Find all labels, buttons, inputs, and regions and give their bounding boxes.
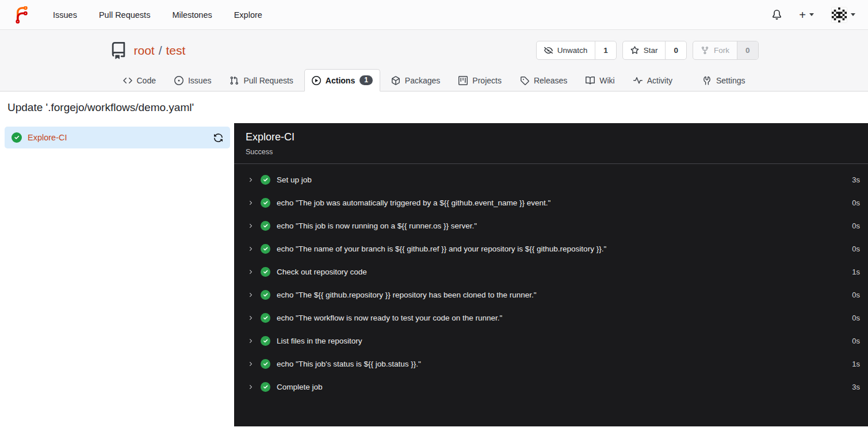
repo-tabbar: Code Issues Pull Requests Actions 1 Pack… bbox=[0, 69, 868, 91]
chevron-right-icon bbox=[247, 223, 254, 229]
stars-count[interactable]: 0 bbox=[665, 41, 686, 59]
steps-list: Set up job 3s echo "The job was automati… bbox=[234, 164, 868, 398]
code-icon bbox=[123, 76, 132, 85]
step-duration: 0s bbox=[845, 222, 860, 230]
job-log-panel: Explore-CI Success Set up job 3s echo "T… bbox=[234, 123, 868, 426]
step-name: echo "This job's status is ${{ job.statu… bbox=[277, 360, 421, 368]
user-menu-dropdown[interactable] bbox=[831, 7, 855, 23]
job-name: Explore-CI bbox=[28, 133, 67, 142]
chevron-down-icon bbox=[851, 13, 855, 16]
step-row[interactable]: Set up job 3s bbox=[234, 168, 868, 191]
chevron-right-icon bbox=[247, 200, 254, 206]
step-duration: 0s bbox=[845, 314, 860, 322]
step-row[interactable]: echo "The ${{ github.repository }} repos… bbox=[234, 283, 868, 306]
forgejo-logo-icon[interactable] bbox=[13, 6, 30, 24]
star-button[interactable]: Star bbox=[623, 41, 666, 59]
tab-releases[interactable]: Releases bbox=[513, 70, 575, 91]
nav-link-explore[interactable]: Explore bbox=[234, 10, 262, 20]
job-status-text: Success bbox=[246, 148, 856, 156]
star-icon bbox=[630, 46, 639, 55]
job-item-explore-ci[interactable]: Explore-CI bbox=[5, 127, 230, 148]
step-duration: 0s bbox=[845, 199, 860, 207]
repo-owner-link[interactable]: root bbox=[134, 44, 155, 58]
tab-wiki[interactable]: Wiki bbox=[578, 70, 622, 91]
refresh-icon[interactable] bbox=[213, 133, 223, 143]
chevron-down-icon bbox=[809, 13, 814, 16]
chevron-right-icon bbox=[247, 361, 254, 367]
run-title: Update '.forgejo/workflows/demo.yaml' bbox=[0, 91, 868, 123]
step-row[interactable]: echo "This job is now running on a ${{ r… bbox=[234, 214, 868, 237]
navbar-right: + bbox=[772, 7, 855, 23]
play-circle-icon bbox=[312, 76, 321, 85]
tab-projects[interactable]: Projects bbox=[451, 70, 509, 91]
nav-link-milestones[interactable]: Milestones bbox=[172, 10, 212, 20]
repo-title-row: root / test Unwatch 1 Star 0 bbox=[110, 30, 759, 69]
step-success-check-icon bbox=[261, 221, 270, 231]
breadcrumb-separator: / bbox=[159, 44, 162, 58]
actions-count-badge: 1 bbox=[360, 75, 373, 85]
chevron-right-icon bbox=[247, 269, 254, 275]
repo-breadcrumb: root / test bbox=[134, 44, 186, 58]
step-name: echo "This job is now running on a ${{ r… bbox=[277, 222, 477, 230]
step-row[interactable]: echo "This job's status is ${{ job.statu… bbox=[234, 352, 868, 375]
step-row[interactable]: Complete job 3s bbox=[234, 375, 868, 398]
repo-name-link[interactable]: test bbox=[166, 44, 186, 58]
step-success-check-icon bbox=[261, 244, 270, 254]
package-icon bbox=[391, 76, 400, 85]
step-success-check-icon bbox=[261, 336, 270, 346]
forks-count: 0 bbox=[737, 41, 758, 59]
chevron-right-icon bbox=[247, 338, 254, 344]
step-duration: 1s bbox=[845, 360, 860, 368]
step-name: List files in the repository bbox=[277, 337, 362, 345]
tab-packages[interactable]: Packages bbox=[384, 70, 448, 91]
repo-header: root / test Unwatch 1 Star 0 bbox=[0, 30, 868, 91]
tab-issues[interactable]: Issues bbox=[167, 70, 219, 91]
actions-run-view: Update '.forgejo/workflows/demo.yaml' Ex… bbox=[0, 91, 868, 426]
watch-button-group: Unwatch 1 bbox=[536, 41, 617, 60]
book-icon bbox=[586, 76, 595, 85]
step-duration: 1s bbox=[845, 268, 860, 276]
tab-code[interactable]: Code bbox=[116, 70, 163, 91]
tab-actions[interactable]: Actions 1 bbox=[304, 69, 380, 91]
repository-icon bbox=[110, 42, 127, 59]
step-success-check-icon bbox=[261, 382, 270, 392]
step-duration: 0s bbox=[845, 337, 860, 345]
tab-activity[interactable]: Activity bbox=[626, 70, 680, 91]
avatar bbox=[831, 7, 847, 23]
chevron-right-icon bbox=[247, 246, 254, 252]
project-board-icon bbox=[458, 76, 468, 85]
step-success-check-icon bbox=[261, 359, 270, 369]
issue-icon bbox=[174, 76, 183, 85]
tab-settings[interactable]: Settings bbox=[695, 70, 753, 91]
notifications-bell-icon[interactable] bbox=[772, 10, 782, 20]
fork-icon bbox=[701, 46, 709, 55]
step-row[interactable]: List files in the repository 0s bbox=[234, 329, 868, 352]
nav-links: Issues Pull Requests Milestones Explore bbox=[53, 10, 262, 20]
fork-button-group: Fork 0 bbox=[693, 41, 759, 60]
tab-pull-requests[interactable]: Pull Requests bbox=[222, 70, 300, 91]
star-button-group: Star 0 bbox=[622, 41, 687, 60]
step-row[interactable]: echo "The name of your branch is ${{ git… bbox=[234, 237, 868, 260]
step-success-check-icon bbox=[261, 175, 270, 185]
step-name: echo "The name of your branch is ${{ git… bbox=[277, 245, 606, 253]
chevron-right-icon bbox=[247, 315, 254, 321]
step-duration: 3s bbox=[845, 383, 860, 391]
create-new-dropdown[interactable]: + bbox=[799, 9, 814, 21]
step-name: Check out repository code bbox=[277, 268, 367, 276]
nav-link-pull-requests[interactable]: Pull Requests bbox=[99, 10, 150, 20]
step-name: Set up job bbox=[277, 176, 312, 184]
unwatch-button[interactable]: Unwatch bbox=[537, 41, 595, 59]
watchers-count[interactable]: 1 bbox=[595, 41, 616, 59]
chevron-right-icon bbox=[247, 384, 254, 390]
step-success-check-icon bbox=[261, 290, 270, 300]
step-row[interactable]: echo "The job was automatically triggere… bbox=[234, 191, 868, 214]
step-row[interactable]: echo "The workflow is now ready to test … bbox=[234, 306, 868, 329]
step-success-check-icon bbox=[261, 267, 270, 277]
tag-icon bbox=[520, 76, 529, 85]
step-duration: 3s bbox=[845, 176, 860, 184]
success-check-icon bbox=[12, 132, 22, 143]
step-success-check-icon bbox=[261, 313, 270, 323]
step-name: echo "The ${{ github.repository }} repos… bbox=[277, 291, 537, 299]
step-row[interactable]: Check out repository code 1s bbox=[234, 260, 868, 283]
nav-link-issues[interactable]: Issues bbox=[53, 10, 77, 20]
